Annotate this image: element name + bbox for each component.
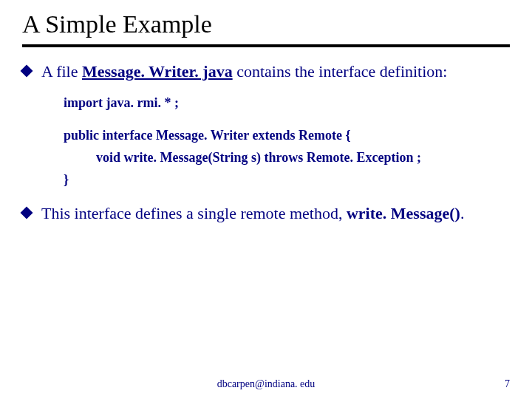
bullet-gap xyxy=(22,192,510,202)
footer: dbcarpen@indiana. edu 7 xyxy=(0,378,532,390)
code-line-close: } xyxy=(64,170,510,189)
code-line-decl: public interface Message. Writer extends… xyxy=(64,126,510,145)
code-line-import: import java. rmi. * ; xyxy=(64,93,510,112)
slide: A Simple Example A file Message. Writer.… xyxy=(0,0,532,399)
code-line-method: void write. Message(String s) throws Rem… xyxy=(64,148,510,167)
footer-email: dbcarpen@indiana. edu xyxy=(185,378,347,390)
bullet-1: A file Message. Writer. java contains th… xyxy=(22,61,510,83)
diamond-bullet-icon xyxy=(21,207,33,219)
bullet-2: This interface defines a single remote m… xyxy=(22,202,510,225)
bullet-1-post: contains the interface definition: xyxy=(233,62,448,81)
page-number: 7 xyxy=(347,378,510,390)
bullet-1-text: A file Message. Writer. java contains th… xyxy=(41,61,447,83)
bullet-1-filename: Message. Writer. java xyxy=(82,62,233,81)
slide-body: A file Message. Writer. java contains th… xyxy=(0,61,532,225)
bullet-2-text: This interface defines a single remote m… xyxy=(41,202,464,225)
code-gap-1 xyxy=(64,115,510,126)
slide-title: A Simple Example xyxy=(22,10,510,38)
title-divider xyxy=(22,44,510,47)
diamond-bullet-icon xyxy=(21,65,33,78)
bullet-2-line1: This interface defines a single remote m… xyxy=(41,204,347,222)
code-block: import java. rmi. * ; public interface M… xyxy=(64,93,510,189)
bullet-1-pre: A file xyxy=(41,62,82,81)
title-container: A Simple Example xyxy=(0,0,532,38)
bullet-2-post: . xyxy=(460,204,465,222)
bullet-2-method: write. Message() xyxy=(347,204,460,222)
